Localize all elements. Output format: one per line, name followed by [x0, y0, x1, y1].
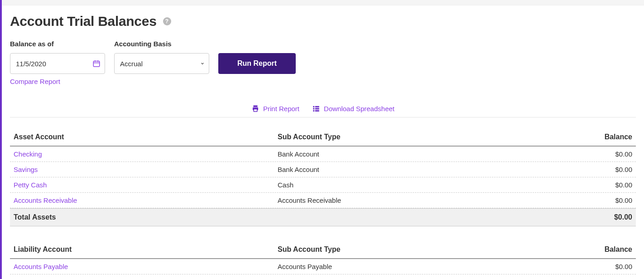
account-link[interactable]: Accounts Receivable: [14, 196, 278, 204]
compare-report-link[interactable]: Compare Report: [10, 78, 105, 85]
assets-header-balance: Balance: [542, 133, 632, 141]
table-row: Petty Cash Cash $0.00: [10, 177, 636, 193]
assets-header-account: Asset Account: [14, 133, 278, 141]
table-row: Accounts Payable Accounts Payable $0.00: [10, 259, 636, 274]
top-bar: [2, 0, 644, 5]
spreadsheet-icon: [312, 104, 320, 113]
liabilities-table: Liability Account Sub Account Type Balan…: [10, 241, 636, 279]
balance-cell: $0.00: [542, 181, 632, 189]
print-report-label: Print Report: [263, 105, 299, 113]
table-row: Savings Bank Account $0.00: [10, 162, 636, 177]
account-link[interactable]: Checking: [14, 150, 278, 158]
table-row: Sales Tax Collected Sales Tax Payable $0…: [10, 274, 636, 279]
page-title-row: Account Trial Balances ?: [10, 14, 636, 29]
balance-cell: $0.00: [542, 166, 632, 173]
svg-rect-4: [254, 105, 258, 107]
svg-rect-7: [313, 106, 314, 108]
balance-date-label: Balance as of: [10, 40, 105, 48]
table-row: Checking Bank Account $0.00: [10, 147, 636, 162]
svg-rect-9: [313, 108, 314, 109]
svg-rect-12: [315, 110, 319, 112]
accounting-basis-group: Accounting Basis Accrual: [114, 40, 209, 74]
help-icon[interactable]: ?: [163, 17, 171, 25]
sub-account-cell: Cash: [278, 181, 542, 189]
print-icon: [251, 104, 260, 113]
account-link[interactable]: Savings: [14, 166, 278, 173]
assets-table: Asset Account Sub Account Type Balance C…: [10, 128, 636, 226]
account-link[interactable]: Petty Cash: [14, 181, 278, 189]
section-gap: [10, 226, 636, 241]
assets-header-sub: Sub Account Type: [278, 133, 542, 141]
balance-date-input[interactable]: [10, 53, 105, 74]
account-link[interactable]: Accounts Payable: [14, 263, 278, 270]
basis-select-wrap: Accrual: [114, 53, 209, 74]
total-assets-value: $0.00: [542, 213, 632, 221]
svg-rect-10: [315, 108, 319, 109]
sub-account-cell: Accounts Receivable: [278, 196, 542, 204]
balance-date-group: Balance as of Compare Report: [10, 40, 105, 85]
page-title: Account Trial Balances: [10, 14, 157, 29]
filters-row: Balance as of Compare Report Accounting …: [10, 40, 636, 85]
balance-cell: $0.00: [542, 263, 632, 270]
main-content: Account Trial Balances ? Balance as of C…: [2, 5, 644, 279]
actions-row: Print Report Download Spreadsheet: [10, 96, 636, 117]
run-report-button[interactable]: Run Report: [218, 53, 296, 74]
table-row: Accounts Receivable Accounts Receivable …: [10, 193, 636, 208]
liabilities-header-balance: Balance: [542, 245, 632, 254]
balance-cell: $0.00: [542, 196, 632, 204]
liabilities-header-account: Liability Account: [14, 245, 278, 254]
sub-account-cell: Bank Account: [278, 150, 542, 158]
sub-account-cell: Bank Account: [278, 166, 542, 173]
svg-rect-6: [254, 109, 257, 112]
download-spreadsheet-link[interactable]: Download Spreadsheet: [312, 104, 394, 113]
print-report-link[interactable]: Print Report: [251, 104, 299, 113]
balance-cell: $0.00: [542, 150, 632, 158]
liabilities-header-sub: Sub Account Type: [278, 245, 542, 254]
accounting-basis-label: Accounting Basis: [114, 40, 209, 48]
assets-table-header: Asset Account Sub Account Type Balance: [10, 128, 636, 147]
liabilities-table-header: Liability Account Sub Account Type Balan…: [10, 241, 636, 259]
svg-rect-8: [315, 106, 319, 108]
date-input-wrap: [10, 53, 105, 74]
sub-account-cell: Accounts Payable: [278, 263, 542, 270]
total-assets-label: Total Assets: [14, 213, 278, 221]
accounting-basis-select[interactable]: Accrual: [114, 53, 209, 74]
download-spreadsheet-label: Download Spreadsheet: [324, 105, 394, 113]
assets-total-row: Total Assets $0.00: [10, 208, 636, 226]
svg-rect-11: [313, 110, 314, 112]
